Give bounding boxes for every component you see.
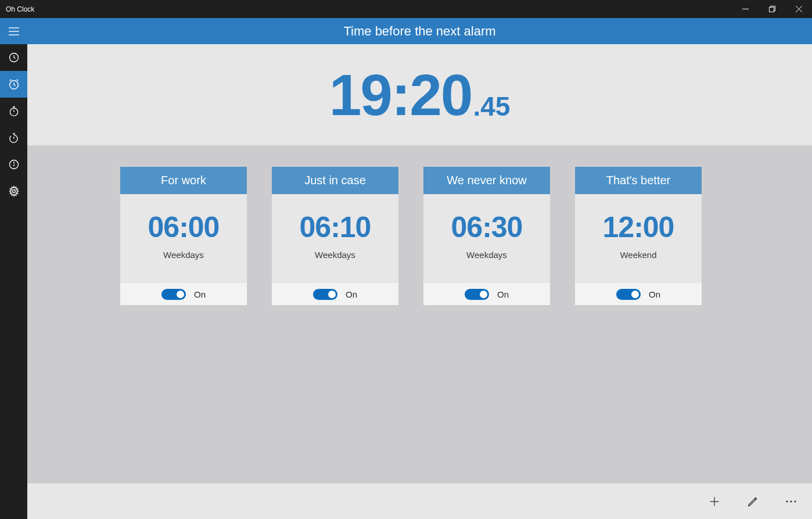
toggle-knob: [328, 291, 336, 298]
toggle-knob: [631, 291, 639, 298]
alarm-toggle[interactable]: [161, 289, 186, 300]
alarm-days: Weekdays: [163, 250, 204, 260]
svg-rect-1: [769, 8, 774, 12]
close-button[interactable]: [785, 0, 812, 18]
svg-point-17: [791, 500, 792, 502]
alarm-days: Weekdays: [466, 250, 507, 260]
alarm-title: For work: [161, 174, 206, 187]
alarm-toggle-label: On: [346, 289, 357, 299]
alarm-title: We never know: [447, 174, 526, 187]
page-header-label: Time before the next alarm: [343, 24, 495, 39]
alarm-time: 06:10: [300, 210, 371, 244]
alarm-card[interactable]: For work 06:00 Weekdays On: [120, 167, 247, 305]
stopwatch-icon: [8, 105, 20, 117]
toggle-knob: [480, 291, 487, 298]
alarm-title: Just in case: [304, 174, 366, 187]
alarm-card[interactable]: We never know 06:30 Weekdays On: [423, 167, 550, 305]
countdown-display: 19:20 .45: [27, 44, 812, 145]
sidebar: [0, 18, 27, 519]
sidebar-item-clock[interactable]: [0, 44, 27, 71]
countdown-hhmm: 19:20: [329, 66, 472, 124]
toggle-knob: [177, 291, 184, 298]
svg-point-12: [13, 162, 14, 163]
alarm-time: 12:00: [603, 210, 674, 244]
plus-icon: [709, 496, 720, 507]
alarm-card[interactable]: Just in case 06:10 Weekdays On: [272, 167, 398, 305]
alarms-list: For work 06:00 Weekdays On Just in case …: [27, 145, 812, 305]
alarm-toggle-label: On: [649, 289, 660, 299]
hamburger-menu-button[interactable]: [0, 18, 27, 44]
svg-point-16: [786, 500, 788, 502]
add-alarm-button[interactable]: [702, 489, 727, 514]
page-header: Time before the next alarm: [27, 18, 812, 44]
alarm-toggle-label: On: [194, 289, 206, 299]
countdown-seconds: .45: [473, 91, 510, 122]
info-icon: [8, 159, 20, 170]
ellipsis-icon: [785, 500, 797, 503]
sidebar-item-settings[interactable]: [0, 178, 27, 205]
timer-icon: [8, 132, 20, 144]
more-button[interactable]: [778, 489, 804, 514]
clock-icon: [8, 52, 20, 63]
main-panel: Time before the next alarm 19:20 .45 For…: [27, 18, 812, 519]
titlebar: Oh Clock: [0, 0, 812, 18]
alarm-time: 06:00: [148, 210, 220, 244]
sidebar-item-timer[interactable]: [0, 124, 27, 151]
svg-point-13: [12, 190, 15, 193]
alarm-clock-icon: [8, 78, 20, 91]
alarm-card[interactable]: That's better 12:00 Weekend On: [575, 167, 702, 305]
alarm-days: Weekend: [620, 250, 656, 260]
window-title: Oh Clock: [6, 5, 732, 13]
pencil-icon: [747, 496, 759, 507]
svg-point-18: [795, 500, 796, 502]
sidebar-item-stopwatch[interactable]: [0, 98, 27, 124]
sidebar-item-info[interactable]: [0, 151, 27, 178]
alarm-days: Weekdays: [315, 250, 355, 260]
maximize-button[interactable]: [759, 0, 785, 18]
alarm-toggle-label: On: [497, 289, 509, 299]
alarm-title: That's better: [606, 174, 671, 187]
minimize-button[interactable]: [732, 0, 759, 18]
alarm-time: 06:30: [451, 210, 523, 244]
hamburger-icon: [9, 27, 19, 35]
edit-button[interactable]: [740, 489, 766, 514]
alarm-toggle[interactable]: [313, 289, 337, 300]
command-bar: [27, 483, 812, 519]
alarm-toggle[interactable]: [465, 289, 489, 300]
alarm-toggle[interactable]: [616, 289, 641, 300]
gear-icon: [8, 185, 20, 197]
sidebar-item-alarm[interactable]: [0, 71, 27, 98]
